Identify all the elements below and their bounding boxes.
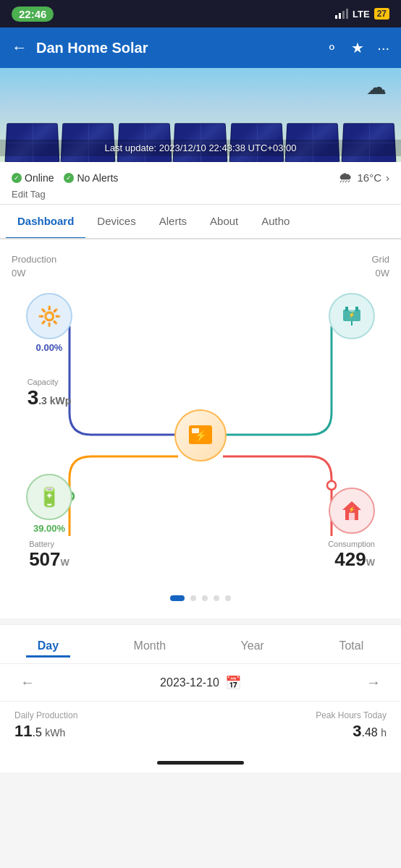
weather-widget[interactable]: 🌧 16°C › <box>338 169 389 186</box>
consumption-value: 429W <box>328 548 375 571</box>
more-icon[interactable]: ··· <box>377 40 389 56</box>
weather-icon: 🌧 <box>338 169 353 186</box>
capacity-label: Capacity <box>28 378 72 386</box>
temperature-text: 16°C <box>357 171 381 184</box>
battery-label: Battery <box>29 540 69 548</box>
app-header: ← Dan Home Solar ⚬ ★ ··· <box>0 27 401 68</box>
dot-4 <box>214 595 219 601</box>
status-strip: Online No Alerts 🌧 16°C › Edit Tag <box>0 162 401 205</box>
dot-1 <box>170 595 185 601</box>
svg-rect-12 <box>349 513 355 520</box>
alerts-dot <box>64 173 74 183</box>
grid-label-area: Grid 0W <box>371 254 389 280</box>
lte-label: LTE <box>353 9 370 20</box>
cloud-decoration: ☁ <box>366 75 387 99</box>
last-update-text: Last update: 2023/12/10 22:43:38 UTC+03:… <box>0 140 401 156</box>
inverter-icon: ⚡ <box>174 409 227 461</box>
dot-5 <box>225 595 231 601</box>
bottom-bar <box>0 752 401 773</box>
production-label: Production <box>12 254 56 265</box>
edit-tag-button[interactable]: Edit Tag <box>12 189 389 200</box>
svg-text:⚡: ⚡ <box>348 311 355 318</box>
nav-tabs: Dashboard Devices Alerts About Autho <box>0 205 401 239</box>
hero-section: ☁ Last update: 2023/12/10 22:43:38 UTC+0… <box>0 68 401 162</box>
energy-labels-top: Production 0W Grid 0W <box>12 254 389 280</box>
battery-value: 507W <box>29 548 69 571</box>
page-dots <box>12 587 389 604</box>
battery-node: 🔋 39.00% Battery 507W <box>26 474 72 571</box>
back-button[interactable]: ← <box>12 38 28 57</box>
daily-production-value: 11.5 kWh <box>14 722 77 741</box>
header-actions: ⚬ ★ ··· <box>326 39 389 56</box>
svg-text:⚡: ⚡ <box>195 430 208 442</box>
inverter-node: ⚡ <box>174 409 227 461</box>
production-label-area: Production 0W <box>12 254 56 280</box>
weather-chevron: › <box>386 171 389 184</box>
status-bar: 22:46 LTE 27 <box>0 0 401 27</box>
period-total[interactable]: Total <box>327 637 375 658</box>
period-tabs: Day Month Year Total <box>0 624 401 663</box>
status-icons: LTE 27 <box>335 8 389 20</box>
alerts-status: No Alerts <box>64 172 118 184</box>
tab-autho[interactable]: Autho <box>250 205 301 239</box>
consumption-label: Consumption <box>328 540 375 548</box>
tab-devices[interactable]: Devices <box>85 205 147 239</box>
period-day[interactable]: Day <box>26 637 70 658</box>
current-date: 2023-12-10 <box>160 676 219 689</box>
peak-hours-stat: Peak Hours Today 3.48 h <box>316 710 387 741</box>
grid-node: ⚡ <box>329 293 375 339</box>
capacity-value: 3.3 kWp <box>28 386 72 409</box>
dot-2 <box>190 595 196 601</box>
svg-text:⚡: ⚡ <box>348 506 355 513</box>
status-time: 22:46 <box>12 7 54 22</box>
dot-3 <box>202 595 208 601</box>
grid-label: Grid <box>371 254 389 265</box>
online-dot <box>12 173 22 183</box>
search-icon[interactable]: ⚬ <box>326 39 338 56</box>
period-month[interactable]: Month <box>122 637 177 658</box>
peak-hours-label: Peak Hours Today <box>316 710 387 720</box>
tab-alerts[interactable]: Alerts <box>148 205 198 239</box>
tab-dashboard[interactable]: Dashboard <box>6 205 85 239</box>
favorite-icon[interactable]: ★ <box>351 39 364 56</box>
flow-diagram: 🔆 0.00% Capacity 3.3 kWp ⚡ <box>12 283 389 587</box>
date-display: 2023-12-10 📅 <box>160 675 241 691</box>
consumption-icon: ⚡ <box>329 488 375 534</box>
battery-percent: 39.00% <box>33 523 65 534</box>
production-value: 0W <box>12 265 56 280</box>
solar-percent: 0.00% <box>36 342 63 353</box>
dashboard-content: Production 0W Grid 0W <box>0 239 401 618</box>
grid-value: 0W <box>371 265 389 280</box>
calendar-icon[interactable]: 📅 <box>225 675 241 691</box>
consumption-node: ⚡ Consumption 429W <box>328 488 375 571</box>
date-navigator: ← 2023-12-10 📅 → <box>0 663 401 701</box>
solar-icon: 🔆 <box>26 293 72 339</box>
daily-production-stat: Daily Production 11.5 kWh <box>14 710 77 741</box>
svg-rect-4 <box>355 307 358 311</box>
svg-rect-3 <box>345 307 348 311</box>
period-year[interactable]: Year <box>229 637 276 658</box>
home-indicator <box>157 761 244 765</box>
battery-icon: 🔋 <box>26 474 72 520</box>
stats-row: Daily Production 11.5 kWh Peak Hours Tod… <box>0 701 401 752</box>
tab-about[interactable]: About <box>198 205 250 239</box>
online-status: Online <box>12 172 54 184</box>
solar-node: 🔆 0.00% Capacity 3.3 kWp <box>26 293 72 409</box>
peak-hours-value: 3.48 h <box>316 722 387 741</box>
app-title: Dan Home Solar <box>36 40 317 56</box>
battery-level: 27 <box>374 8 389 20</box>
prev-date-button[interactable]: ← <box>14 671 41 694</box>
signal-icon <box>335 9 348 19</box>
next-date-button[interactable]: → <box>360 671 387 694</box>
daily-production-label: Daily Production <box>14 710 77 720</box>
grid-icon: ⚡ <box>329 293 375 339</box>
